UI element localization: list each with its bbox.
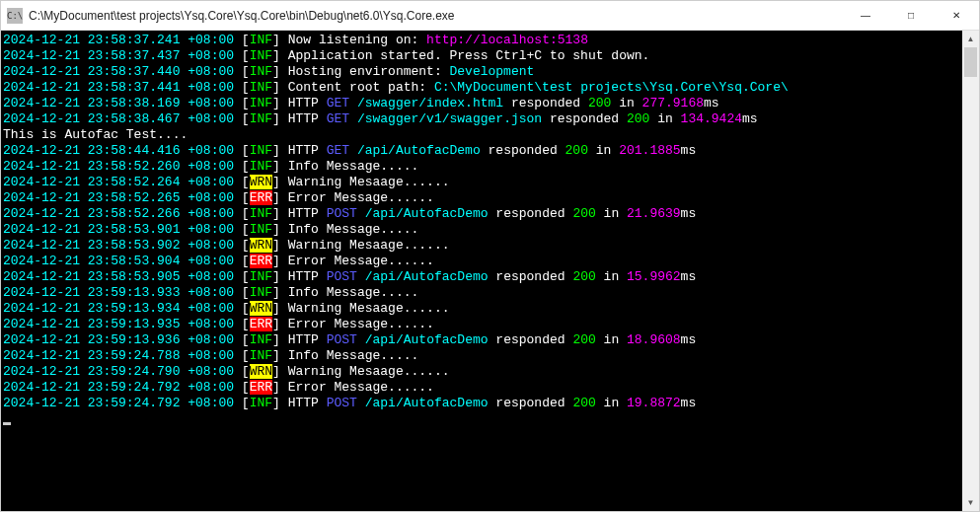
log-segment: [349, 96, 357, 110]
scroll-down-button[interactable]: ▼: [962, 494, 979, 511]
log-segment: /api/AutofacDemo: [365, 206, 489, 221]
log-segment: 19.8872: [627, 396, 681, 410]
log-timestamp: 2024-12-21 23:58:37.441 +08:00: [3, 80, 234, 95]
log-segment: responded: [542, 111, 627, 126]
window-title: C:\MyDocument\test projects\Ysq.Core\Ysq…: [29, 9, 843, 23]
log-line: 2024-12-21 23:58:38.467 +08:00 [INF] HTT…: [3, 111, 960, 127]
log-timestamp: 2024-12-21 23:58:44.416 +08:00: [3, 143, 234, 158]
scroll-thumb[interactable]: [964, 47, 977, 77]
log-timestamp: 2024-12-21 23:59:24.792 +08:00: [3, 380, 234, 395]
log-segment: Warning Mesaage......: [288, 301, 450, 316]
log-level: INF: [250, 33, 272, 47]
log-segment: responded: [489, 332, 573, 347]
log-segment: POST: [327, 396, 357, 410]
log-segment: Hosting environment:: [288, 64, 450, 79]
log-segment: POST: [327, 332, 357, 347]
log-segment: /api/AutofacDemo: [365, 332, 489, 347]
log-segment: [357, 269, 365, 284]
log-segment: ms: [681, 143, 697, 158]
cursor: [3, 422, 11, 425]
log-line: 2024-12-21 23:58:37.440 +08:00 [INF] Hos…: [3, 64, 960, 80]
terminal-window: C:\ C:\MyDocument\test projects\Ysq.Core…: [0, 0, 980, 512]
maximize-button[interactable]: □: [888, 1, 934, 30]
log-segment: POST: [327, 206, 357, 221]
log-timestamp: 2024-12-21 23:58:52.260 +08:00: [3, 159, 234, 174]
log-level: INF: [250, 348, 272, 363]
log-segment: in: [588, 143, 619, 158]
log-segment: Error Message......: [288, 254, 434, 268]
log-line: 2024-12-21 23:59:13.934 +08:00 [WRN] War…: [3, 301, 960, 317]
log-segment: http://localhost:5138: [426, 33, 588, 47]
log-segment: Info Message.....: [288, 285, 419, 300]
log-segment: 200: [627, 111, 649, 126]
log-line: 2024-12-21 23:58:53.905 +08:00 [INF] HTT…: [3, 269, 960, 285]
log-level: INF: [250, 332, 272, 347]
titlebar[interactable]: C:\ C:\MyDocument\test projects\Ysq.Core…: [1, 1, 979, 31]
log-segment: /api/AutofacDemo: [365, 396, 489, 410]
log-segment: 200: [565, 143, 588, 158]
close-button[interactable]: ✕: [934, 1, 979, 30]
minimize-button[interactable]: —: [843, 1, 888, 30]
log-segment: /swagger/index.html: [357, 96, 503, 110]
log-timestamp: 2024-12-21 23:58:38.467 +08:00: [3, 111, 234, 126]
console-area: 2024-12-21 23:58:37.241 +08:00 [INF] Now…: [1, 31, 979, 511]
log-line: 2024-12-21 23:58:44.416 +08:00 [INF] HTT…: [3, 143, 960, 159]
log-segment: 15.9962: [627, 269, 681, 284]
log-segment: 200: [572, 269, 595, 284]
log-segment: 18.9608: [627, 332, 681, 347]
log-segment: ms: [704, 96, 719, 110]
log-segment: ms: [681, 206, 697, 221]
log-segment: in: [611, 96, 641, 110]
console-output[interactable]: 2024-12-21 23:58:37.241 +08:00 [INF] Now…: [1, 31, 962, 511]
log-segment: 277.9168: [642, 96, 704, 110]
log-segment: in: [596, 396, 627, 410]
log-segment: [357, 396, 365, 410]
log-segment: responded: [481, 143, 565, 158]
log-level: INF: [250, 285, 272, 300]
log-segment: /swagger/v1/swagger.json: [357, 111, 542, 126]
log-segment: ms: [742, 111, 758, 126]
log-line: 2024-12-21 23:58:52.260 +08:00 [INF] Inf…: [3, 159, 960, 175]
log-segment: HTTP: [288, 332, 327, 347]
log-line: 2024-12-21 23:59:13.936 +08:00 [INF] HTT…: [3, 332, 960, 348]
log-segment: 200: [572, 396, 595, 410]
log-timestamp: 2024-12-21 23:59:24.790 +08:00: [3, 364, 234, 379]
log-segment: HTTP: [288, 269, 327, 284]
log-segment: HTTP: [288, 206, 327, 221]
log-level: WRN: [250, 364, 272, 379]
app-icon: C:\: [7, 8, 23, 24]
log-segment: Development: [450, 64, 535, 79]
log-level: INF: [250, 143, 272, 158]
log-segment: ms: [681, 269, 697, 284]
window-controls: — □ ✕: [843, 1, 979, 30]
vertical-scrollbar[interactable]: ▲ ▼: [962, 31, 979, 511]
log-segment: HTTP: [288, 396, 327, 410]
log-segment: Warning Mesaage......: [288, 364, 450, 379]
log-segment: Error Message......: [288, 317, 434, 331]
log-segment: GET: [327, 96, 349, 110]
log-level: INF: [250, 80, 272, 95]
log-segment: ms: [681, 332, 697, 347]
log-line: 2024-12-21 23:58:52.264 +08:00 [WRN] War…: [3, 175, 960, 190]
log-segment: [357, 332, 365, 347]
log-segment: in: [596, 269, 627, 284]
log-timestamp: 2024-12-21 23:58:37.437 +08:00: [3, 48, 234, 63]
log-line: 2024-12-21 23:59:13.933 +08:00 [INF] Inf…: [3, 285, 960, 301]
log-line: 2024-12-21 23:58:37.241 +08:00 [INF] Now…: [3, 33, 960, 48]
log-level: ERR: [250, 254, 272, 268]
log-timestamp: 2024-12-21 23:58:53.904 +08:00: [3, 254, 234, 268]
log-segment: POST: [327, 269, 357, 284]
log-segment: Now listening on:: [288, 33, 426, 47]
log-segment: responded: [503, 96, 588, 110]
log-line: 2024-12-21 23:58:52.266 +08:00 [INF] HTT…: [3, 206, 960, 222]
log-line: 2024-12-21 23:58:53.901 +08:00 [INF] Inf…: [3, 222, 960, 238]
log-segment: responded: [489, 206, 573, 221]
log-timestamp: 2024-12-21 23:58:52.266 +08:00: [3, 206, 234, 221]
log-line: 2024-12-21 23:59:24.792 +08:00 [ERR] Err…: [3, 380, 960, 396]
log-line: 2024-12-21 23:59:24.792 +08:00 [INF] HTT…: [3, 396, 960, 411]
log-segment: Info Message.....: [288, 348, 419, 363]
log-segment: /api/AutofacDemo: [357, 143, 481, 158]
scroll-up-button[interactable]: ▲: [962, 31, 979, 47]
log-segment: in: [649, 111, 680, 126]
log-level: ERR: [250, 317, 272, 331]
